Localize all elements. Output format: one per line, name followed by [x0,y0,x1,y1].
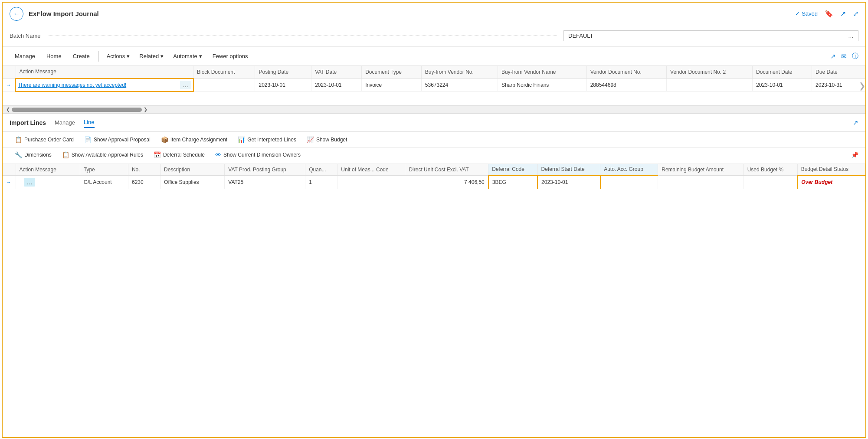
approval-proposal-icon: 📄 [84,136,92,143]
btn-approval-rules-label: Show Available Approval Rules [72,152,143,158]
share-out-icon[interactable]: ↗ [830,52,836,60]
nav-automate-chevron: ▾ [199,53,202,59]
il-td-no: 6230 [128,176,160,189]
il-th-unit-of-measure: Unit of Meas... Code [337,164,405,176]
table-empty-row [3,92,865,105]
nav-manage[interactable]: Manage [10,51,40,62]
scroll-track[interactable]: ❮ ❯ [3,106,865,114]
collapse-icon[interactable]: ⤢ [853,10,858,18]
btn-purchase-order-label: Purchase Order Card [24,137,74,143]
row-arrow: → [3,79,16,92]
il-th-used-budget: Used Budget % [744,164,797,176]
scroll-right-arrow[interactable]: ❯ [859,81,865,91]
batch-value: DEFAULT [568,33,593,39]
il-share-icon[interactable]: ↗ [853,119,858,126]
td-buyfrom-vendor-name: Sharp Nordic Finans [498,79,586,92]
batch-dots [48,36,557,36]
dimensions-icon: 🔧 [15,151,22,158]
batch-ellipsis[interactable]: … [848,33,854,39]
btn-show-current-dimension-owners[interactable]: 👁 Show Current Dimension Owners [210,150,306,160]
td-vendor-doc-no2 [667,79,753,92]
scroll-right-arrow-track[interactable]: ❯ [142,107,149,112]
il-th-auto-acc-group: Auto. Acc. Group [600,164,658,176]
share-icon[interactable]: ↗ [840,10,846,18]
il-table: Action Message Type No. Description VAT … [3,164,865,202]
il-empty-row [3,189,865,202]
btn-dimension-owners-label: Show Current Dimension Owners [223,152,301,158]
th-posting-date: Posting Date [255,66,311,79]
info-icon[interactable]: ⓘ [852,52,858,60]
il-td-auto-acc-group [600,176,658,189]
td-vat-date: 2023-10-01 [311,79,362,92]
back-button[interactable]: ← [10,7,23,21]
il-td-deferral-start-date: 2023-10-01 [537,176,600,189]
warning-link[interactable]: There are warning messages not yet accep… [18,82,126,88]
nav-related-dropdown[interactable]: Related ▾ [135,51,168,62]
btn-show-budget-label: Show Budget [316,137,347,143]
btn-purchase-order-card[interactable]: 📋 Purchase Order Card [10,134,79,145]
budget-icon: 📈 [307,136,314,143]
btn-show-available-approval-rules[interactable]: 📋 Show Available Approval Rules [57,150,148,160]
th-buyfrom-vendor-name: Buy-from Vendor Name [498,66,586,79]
il-th-remaining-budget: Remaining Budget Amount [658,164,744,176]
approval-rules-icon: 📋 [62,151,69,158]
td-vendor-doc-no: 288544698 [586,79,666,92]
nav-automate-dropdown[interactable]: Automate ▾ [169,51,206,62]
btn-dimensions[interactable]: 🔧 Dimensions [10,150,57,160]
scroll-thumb[interactable] [12,108,142,112]
td-posting-date: 2023-10-01 [255,79,311,92]
il-td-remaining-budget [658,176,744,189]
top-bar: ← ExFlow Import Journal ✓ Saved 🔖 ↗ ⤢ [3,3,865,25]
il-th-arrow [3,164,16,176]
bookmark-icon[interactable]: 🔖 [825,10,833,18]
nav-fewer-options[interactable]: Fewer options [207,51,253,62]
btn-get-interpreted-lines[interactable]: 📊 Get Interpreted Lines [233,134,301,145]
batch-label: Batch Name [10,33,41,39]
il-table-area: Action Message Type No. Description VAT … [3,164,865,437]
btn-show-approval-proposal[interactable]: 📄 Show Approval Proposal [79,134,156,145]
il-td-unit-of-measure [337,176,405,189]
action-buttons-row1: 📋 Purchase Order Card 📄 Show Approval Pr… [3,132,865,148]
batch-value-box[interactable]: DEFAULT … [563,30,858,41]
th-document-type: Document Type [362,66,422,79]
il-td-type: G/L Account [80,176,128,189]
nav-create[interactable]: Create [68,51,95,62]
btn-deferral-schedule[interactable]: 📅 Deferral Schedule [148,150,210,160]
il-th-type: Type [80,164,128,176]
btn-item-charge-assignment[interactable]: 📦 Item Charge Assignment [156,134,233,145]
btn-show-budget[interactable]: 📈 Show Budget [301,134,352,145]
nav-separator [98,51,99,62]
td-due-date: 2023-10-31 [812,79,865,92]
btn-deferral-schedule-label: Deferral Schedule [163,152,205,158]
il-th-vat-posting-group: VAT Prod. Posting Group [225,164,305,176]
filter-icon[interactable]: ✉ [841,52,847,60]
td-document-type: Invoice [362,79,422,92]
th-vendor-doc-no: Vendor Document No. [586,66,666,79]
btn-interpreted-lines-label: Get Interpreted Lines [247,137,296,143]
il-td-description: Office Supplies [160,176,225,189]
tab-line[interactable]: Line [84,117,95,128]
il-td-budget-detail-status: Over Budget [797,176,865,189]
import-lines-section: Import Lines Manage Line ↗ 📋 Purchase Or… [3,114,865,437]
scroll-left-arrow[interactable]: ❮ [4,107,12,112]
nav-toolbar: Manage Home Create Actions ▾ Related ▾ A… [3,47,865,66]
il-action-message-value: _ [20,179,23,185]
table-row: → There are warning messages not yet acc… [3,79,865,92]
il-row-ellipsis-btn[interactable]: … [24,178,35,187]
tab-manage[interactable]: Manage [55,118,75,128]
btn-dimensions-label: Dimensions [24,152,52,158]
nav-actions-label: Actions [107,53,125,59]
pin-icon[interactable]: 📌 [851,151,858,158]
batch-row: Batch Name DEFAULT … [3,25,865,47]
saved-label-text: Saved [802,10,818,17]
il-right: ↗ [853,119,858,127]
nav-related-label: Related [139,53,159,59]
check-icon: ✓ [795,10,800,17]
il-th-deferral-code: Deferral Code [488,164,537,176]
nav-actions-dropdown[interactable]: Actions ▾ [102,51,134,62]
btn-item-charge-label: Item Charge Assignment [170,137,227,143]
item-charge-icon: 📦 [161,136,168,143]
row-ellipsis-btn[interactable]: … [180,81,191,89]
td-buyfrom-vendor-no: 53673224 [421,79,498,92]
nav-home[interactable]: Home [41,51,67,62]
